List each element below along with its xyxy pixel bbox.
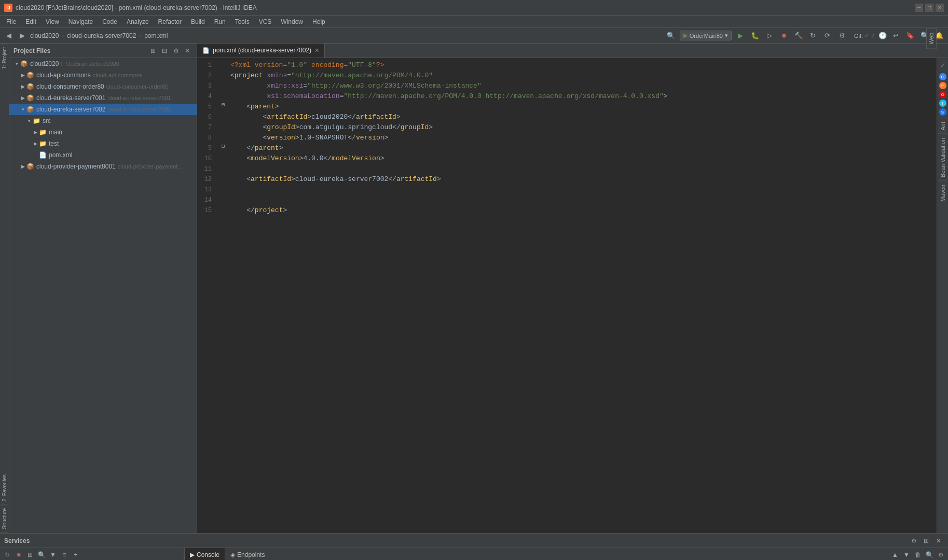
browser-bar: C F O I S [937,71,948,118]
console-scroll-up[interactable]: ▲ [890,550,900,560]
breadcrumb-file[interactable]: pom.xml [144,32,168,39]
title-bar: IJ cloud2020 [F:\JetBrains\cloud2020] - … [0,0,948,16]
settings-button[interactable]: ⚙ [836,30,848,41]
run-button[interactable]: ▶ [735,30,746,41]
tree-arrow-eureka7002[interactable]: ▾ [20,106,26,113]
nav-search-button[interactable]: 🔍 [665,30,677,41]
line-number-8: 8 [197,133,218,143]
console-tab-endpoints[interactable]: ◈ Endpoints [225,548,270,560]
svc-restart-button[interactable]: ↻ [2,550,12,560]
tree-item-pom[interactable]: 📄 pom.xml [9,149,197,161]
back-button[interactable]: ◀ [3,30,15,41]
tab-pom-xml[interactable]: 📄 pom.xml (cloud-eureka-server7002) ✕ [197,44,325,58]
sidebar-tab-structure[interactable]: Structure [1,505,8,533]
tree-item-payment8001[interactable]: ▶ 📦 cloud-provider-payment8001 cloud-pro… [9,161,197,172]
svc-group-button[interactable]: ≡ [59,550,70,560]
tree-item-cloud2020[interactable]: ▾ 📦 cloud2020 F:\JetBrains\cloud2020 [9,58,197,69]
console-filter[interactable]: 🔍 [924,550,935,560]
tree-item-test[interactable]: ▶ 📁 test [9,138,197,149]
breadcrumb-module[interactable]: cloud-eureka-server7002 [67,32,136,39]
sidebar-expand-all[interactable]: ⊞ [148,46,158,56]
bookmark-button[interactable]: 🔖 [904,30,916,41]
menu-view[interactable]: View [42,17,63,26]
tree-item-api-commons[interactable]: ▶ 📦 cloud-api-commons cloud-api-commons [9,69,197,81]
git-rollback-button[interactable]: ↩ [890,30,901,41]
tree-arrow-main[interactable]: ▶ [32,129,38,135]
ie-icon[interactable]: I [939,100,946,107]
maven-label[interactable]: Maven [938,181,947,205]
debug-button[interactable]: 🐛 [749,30,761,41]
panel-settings-button[interactable]: ⚙ [909,536,919,546]
menu-navigate[interactable]: Navigate [64,17,97,26]
run-config-arrow: ▾ [725,32,728,39]
tree-item-eureka7001[interactable]: ▶ 📦 cloud-eureka-server7001 cloud-eureka… [9,92,197,104]
sidebar-collapse-all[interactable]: ⊟ [159,46,170,56]
bean-validation-label[interactable]: Bean Validation [938,135,947,181]
close-button[interactable]: ✕ [936,4,944,12]
menu-window[interactable]: Window [277,17,307,26]
svc-add-button[interactable]: + [71,550,81,560]
panel-close-button[interactable]: ✕ [933,536,944,546]
code-editor[interactable]: 1 <?xml version="1.0" encoding="UTF-8"?>… [197,58,937,533]
tree-arrow-eureka7001[interactable]: ▶ [20,95,26,101]
tree-arrow-test[interactable]: ▶ [32,141,38,147]
svc-expand-button[interactable]: ⊞ [25,550,35,560]
svc-filter-button[interactable]: 🔍 [36,550,47,560]
forward-button[interactable]: ▶ [17,30,28,41]
firefox-icon[interactable]: F [939,82,946,89]
tree-item-consumer[interactable]: ▶ 📦 cloud-consumer-order80 cloud-consume… [9,81,197,92]
panel-options-button[interactable]: ⊞ [921,536,931,546]
code-line-15: 15 </project> [197,205,937,216]
sidebar-tab-project[interactable]: 1: Project [1,44,8,72]
build-button[interactable]: 🔨 [793,30,804,41]
tab-close-button[interactable]: ✕ [314,47,319,54]
git-history-button[interactable]: 🕐 [877,30,888,41]
tree-arrow-src[interactable]: ▾ [26,118,32,124]
run-config-selector[interactable]: ▶ OrderMain80 ▾ [680,31,732,40]
console-settings[interactable]: ⚙ [936,550,946,560]
tree-item-main[interactable]: ▶ 📁 main [9,127,197,138]
sidebar-settings[interactable]: ⚙ [171,46,181,56]
menu-build[interactable]: Build [187,17,209,26]
menu-tools[interactable]: Tools [231,17,254,26]
refresh-button[interactable]: ⟳ [822,30,833,41]
console-clear[interactable]: 🗑 [913,550,923,560]
window-controls[interactable]: ─ □ ✕ [915,4,944,12]
tree-arrow-consumer[interactable]: ▶ [20,83,26,90]
tree-arrow-cloud2020[interactable]: ▾ [13,61,20,67]
opera-icon[interactable]: O [939,91,946,98]
tree-item-eureka7002[interactable]: ▾ 📦 cloud-eureka-server7002 cloud-eureka… [9,104,197,115]
console-tab-console[interactable]: ▶ Console [184,548,225,560]
line-number-9: 9 [197,143,218,153]
project-sidebar: Project Files ⊞ ⊟ ⚙ ✕ ▾ 📦 cloud2020 F:\J… [9,44,197,533]
menu-analyze[interactable]: Analyze [122,17,153,26]
svc-stop-button[interactable]: ■ [13,550,24,560]
sidebar-close[interactable]: ✕ [182,46,193,56]
chrome-icon[interactable]: C [939,73,946,80]
safari-icon[interactable]: S [939,108,946,116]
web-tab[interactable]: Web [926,28,937,49]
menu-refactor[interactable]: Refactor [154,17,186,26]
editor-area: 1 <?xml version="1.0" encoding="UTF-8"?>… [197,58,937,533]
sync-button[interactable]: ↻ [807,30,819,41]
tree-arrow-payment8001[interactable]: ▶ [20,163,26,170]
minimize-button[interactable]: ─ [915,4,923,12]
line-content-5: <parent> [228,102,937,112]
menu-vcs[interactable]: VCS [255,17,276,26]
git-label: Git: [854,33,863,39]
menu-run[interactable]: Run [210,17,230,26]
menu-code[interactable]: Code [98,17,121,26]
tree-arrow-api-commons[interactable]: ▶ [20,72,26,78]
breadcrumb-root[interactable]: cloud2020 [30,32,59,39]
ant-label[interactable]: Ant [938,119,947,134]
svc-filter2-button[interactable]: ▼ [48,550,58,560]
menu-help[interactable]: Help [308,17,329,26]
run-with-coverage-button[interactable]: ▷ [764,30,775,41]
stop-button[interactable]: ■ [778,30,790,41]
maximize-button[interactable]: □ [925,4,933,12]
menu-edit[interactable]: Edit [21,17,40,26]
console-scroll-down[interactable]: ▼ [901,550,912,560]
menu-file[interactable]: File [2,17,20,26]
sidebar-tab-favorites[interactable]: 2: Favorites [1,471,8,505]
tree-item-src[interactable]: ▾ 📁 src [9,115,197,127]
